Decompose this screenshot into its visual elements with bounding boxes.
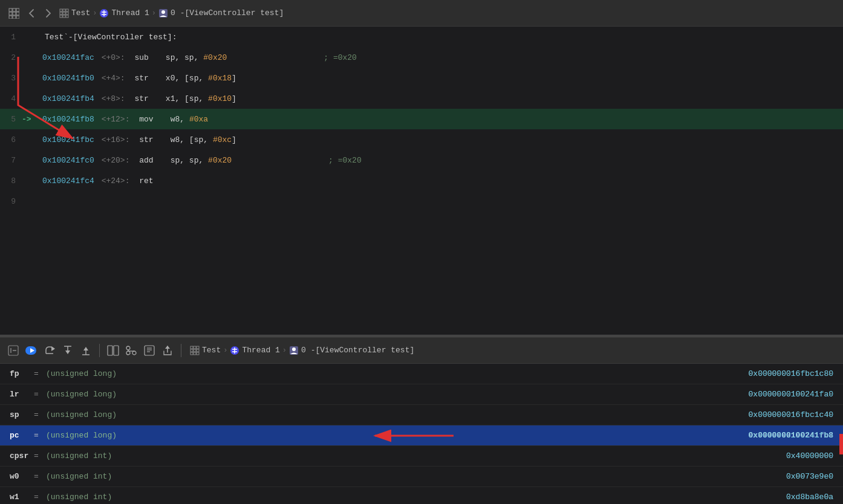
code-content-4: 0x100241fb4 <+8>: str x1, [sp, #0x10] [40,94,236,103]
svg-rect-13 [63,12,65,15]
reg-right-pc: 0x0000000100241fb8 [749,431,833,440]
breadcrumb-sep-1: › [93,9,97,18]
svg-rect-11 [66,9,68,11]
reg-right-fp: 0x000000016fbc1c80 [749,369,833,378]
svg-rect-10 [63,9,65,11]
thread-icon [99,8,109,18]
back-button[interactable] [25,7,37,19]
svg-point-38 [126,346,130,350]
reg-row-lr[interactable]: lr = (unsigned long) 0x0000000100241fa0 … [0,384,843,405]
reg-row-sp[interactable]: sp = (unsigned long) 0x000000016fbc1c40 … [0,405,843,425]
step-into-button[interactable] [60,343,75,358]
svg-rect-7 [13,16,16,19]
svg-point-63 [292,347,296,351]
bottom-breadcrumb-thread[interactable]: Thread 1 [242,346,279,355]
reg-type-w0: (unsigned int) [46,472,786,481]
svg-rect-36 [108,346,112,355]
reg-right-sp: 0x000000016fbc1c40 [749,410,833,419]
svg-rect-15 [60,15,62,18]
code-content-5: 0x100241fb8 <+12>: mov w8, #0xa [40,115,208,124]
svg-rect-17 [66,15,68,18]
svg-point-23 [161,10,165,14]
toolbar-divider-2 [181,344,181,357]
reg-eq-w0: = [34,472,46,481]
toggle-panel-icon[interactable] [6,343,21,358]
code-line-5: 5 -> 0x100241fb8 <+12>: mov w8, #0xa [0,109,843,129]
reg-row-pc[interactable]: pc = (unsigned long) 0x0000000100241fb8 … [0,425,843,446]
bottom-breadcrumb: Test › Thread 1 › 0 -[ViewController tes… [190,346,414,355]
reg-row-w1[interactable]: w1 = (unsigned int) 0xd8ba8e0a 0xd8ba8e0… [0,487,843,504]
code-content-2: 0x100241fac <+0>: sub sp, sp, #0x20 ; =0… [40,53,357,62]
step-out-button[interactable] [79,343,93,358]
breakpoints-icon[interactable] [124,343,138,358]
forward-button[interactable] [42,7,54,19]
register-table: fp = (unsigned long) 0x000000016fbc1c80 … [0,364,843,504]
code-line-2: 2 0x100241fac <+0>: sub sp, sp, #0x20 ; … [0,47,843,68]
svg-rect-57 [197,352,199,355]
reg-right-w0: 0x0073e9e0 [786,472,833,481]
reg-row-fp[interactable]: fp = (unsigned long) 0x000000016fbc1c80 … [0,364,843,384]
top-toolbar: Test › Thread 1 › 0 -[ViewController tes… [0,0,843,27]
line-arrow-5: -> [22,115,40,124]
pc-indicator [839,434,843,454]
svg-rect-3 [9,12,12,15]
reg-row-cpsr[interactable]: cpsr = (unsigned int) 0x40000000 0x40000… [0,446,843,467]
reg-right-lr: 0x0000000100241fa0 [749,390,833,399]
line-num-6: 6 [0,135,22,144]
svg-rect-12 [60,12,62,15]
code-content-3: 0x100241fb0 <+4>: str x0, [sp, #0x18] [40,74,236,83]
code-line-3: 3 0x100241fb0 <+4>: str x0, [sp, #0x18] [0,68,843,88]
bottom-breadcrumb-sep-2: › [282,346,287,355]
reg-type-w1: (unsigned int) [46,493,786,502]
breadcrumb-thread[interactable]: Thread 1 [111,8,149,18]
reg-right-cpsr: 0x40000000 [786,451,833,460]
code-line-1: 1 Test`-[ViewController test]: [0,27,843,47]
reg-eq-cpsr: = [34,451,46,460]
reg-type-fp: (unsigned long) [46,369,749,378]
person-icon [158,8,168,18]
svg-rect-52 [190,349,193,352]
test-grid-icon [59,8,69,18]
bottom-breadcrumb-frame[interactable]: 0 -[ViewController test] [301,346,414,355]
svg-rect-5 [16,12,19,15]
reg-right-w1: 0xd8ba8e0a [786,493,833,502]
code-content-7: 0x100241fc0 <+20>: add sp, sp, #0x20 ; =… [40,156,362,165]
reg-name-pc: pc [10,431,34,440]
code-line-8: 8 0x100241fc4 <+24>: ret [0,170,843,191]
svg-marker-31 [65,351,70,354]
breadcrumb-frame[interactable]: 0 -[ViewController test] [171,8,284,18]
share-icon[interactable] [160,343,175,358]
line-num-7: 7 [0,156,22,165]
code-line-6: 6 0x100241fbc <+16>: str w8, [sp, #0xc] [0,129,843,150]
svg-marker-48 [165,346,170,349]
svg-marker-28 [51,346,55,351]
reg-eq-pc: = [34,431,46,440]
svg-rect-37 [114,346,119,355]
reg-name-lr: lr [10,390,34,399]
svg-point-40 [126,351,130,355]
code-line-4: 4 0x100241fb4 <+8>: str x1, [sp, #0x10] [0,88,843,109]
svg-marker-34 [83,347,88,351]
reg-name-w0: w0 [10,472,34,481]
bottom-breadcrumb-test[interactable]: Test [202,346,221,355]
step-over-button[interactable] [42,343,57,358]
svg-rect-53 [194,349,196,352]
continue-button[interactable] [24,343,39,358]
inspect-icon[interactable] [142,343,157,358]
svg-rect-9 [60,9,62,11]
reg-row-w0[interactable]: w0 = (unsigned int) 0x0073e9e0 0x0073e9e… [0,467,843,487]
code-content-1: Test`-[ViewController test]: [40,33,177,42]
toolbar-divider-1 [99,344,100,357]
reg-eq-sp: = [34,410,46,419]
layout-icon[interactable] [106,343,120,358]
svg-rect-51 [197,346,199,349]
bottom-person-icon [289,346,299,355]
grid-icon[interactable] [7,7,21,20]
breadcrumb-test[interactable]: Test [71,8,90,18]
reg-name-sp: sp [10,410,34,419]
svg-rect-8 [16,16,19,19]
line-num-8: 8 [0,176,22,186]
svg-rect-6 [9,16,12,19]
code-content-8: 0x100241fc4 <+24>: ret [40,176,158,186]
code-line-9: 9 [0,191,843,212]
